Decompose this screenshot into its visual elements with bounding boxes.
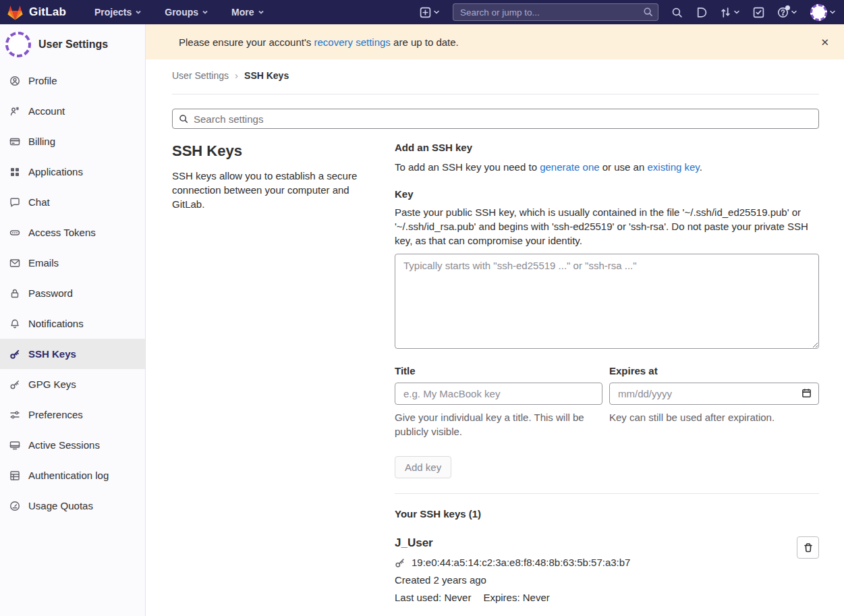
sidebar-item-emails[interactable]: Emails: [0, 248, 145, 278]
recovery-settings-link[interactable]: recovery settings: [314, 36, 390, 48]
tanuki-icon: [7, 4, 24, 20]
alert-text-before: Please ensure your account's: [179, 36, 314, 48]
sidebar-item-gpg-keys[interactable]: GPG Keys: [0, 369, 145, 399]
merge-requests-button[interactable]: [720, 7, 740, 18]
intro-text: .: [700, 161, 702, 173]
alert-text: Please ensure your account's recovery se…: [179, 36, 459, 48]
breadcrumb-user-settings[interactable]: User Settings: [172, 70, 229, 81]
new-menu-button[interactable]: [420, 7, 440, 18]
expires-at-input[interactable]: [609, 383, 819, 405]
sidebar-item-account[interactable]: Account: [0, 96, 145, 126]
sidebar-item-label: Billing: [28, 136, 55, 147]
monitor-icon: [9, 440, 20, 451]
expires-at-label: Expires at: [609, 365, 819, 376]
intro-text: or use an: [600, 161, 648, 173]
lock-icon: [9, 288, 20, 299]
expires-help-text: Key can still be used after expiration.: [609, 410, 819, 424]
applications-icon: [9, 167, 20, 177]
ssh-key-textarea[interactable]: [395, 254, 819, 349]
sidebar-item-applications[interactable]: Applications: [0, 157, 145, 187]
existing-key-link[interactable]: existing key: [647, 161, 699, 173]
brand-name: GitLab: [29, 5, 66, 19]
key-label: Key: [395, 188, 819, 200]
key-icon: [9, 349, 20, 360]
title-input[interactable]: [395, 383, 602, 405]
user-menu-button[interactable]: [810, 4, 836, 21]
generate-one-link[interactable]: generate one: [540, 161, 599, 173]
sidebar-item-active-sessions[interactable]: Active Sessions: [0, 430, 145, 460]
intro-text: To add an SSH key you need to: [395, 161, 540, 173]
sidebar-item-profile[interactable]: Profile: [0, 65, 145, 96]
sidebar-item-preferences[interactable]: Preferences: [0, 399, 145, 430]
title-help-text: Give your individual key a title. This w…: [395, 410, 602, 439]
billing-icon: [9, 136, 20, 147]
gitlab-logo[interactable]: GitLab: [7, 4, 66, 20]
main-content: Please ensure your account's recovery se…: [146, 24, 844, 616]
title-label: Title: [395, 365, 602, 376]
calendar-icon: [801, 388, 812, 398]
chevron-down-icon: [733, 9, 740, 16]
chevron-down-icon: [258, 9, 264, 16]
nav-item-more[interactable]: More: [231, 7, 264, 18]
sidebar-item-chat[interactable]: Chat: [0, 187, 145, 217]
nav-item-projects[interactable]: Projects: [94, 7, 142, 18]
nav-item-groups[interactable]: Groups: [165, 7, 208, 18]
add-key-button[interactable]: Add key: [395, 456, 451, 478]
breadcrumb: User Settings › SSH Keys: [172, 59, 819, 94]
sidebar-item-label: Authentication log: [28, 470, 109, 481]
plus-square-icon: [420, 7, 431, 18]
sidebar-item-authentication-log[interactable]: Authentication log: [0, 460, 145, 491]
chat-icon: [9, 197, 20, 208]
alert-text-after: are up to date.: [391, 36, 459, 48]
global-search-input[interactable]: [453, 3, 658, 21]
notification-dot: [785, 5, 790, 10]
ssh-key-list-item: J_User 19:e0:44:a5:14:c2:3a:e8:f8:48:8b:…: [395, 536, 819, 603]
sidebar-item-password[interactable]: Password: [0, 278, 145, 308]
sidebar-item-notifications[interactable]: Notifications: [0, 308, 145, 339]
sidebar-item-access-tokens[interactable]: Access Tokens: [0, 217, 145, 248]
bell-icon: [9, 318, 20, 329]
todos-button[interactable]: [753, 7, 764, 18]
profile-icon: [9, 76, 20, 86]
chevron-down-icon: [433, 9, 440, 16]
sidebar-item-label: Preferences: [28, 409, 83, 420]
sidebar-item-label: Profile: [28, 75, 57, 86]
search-icon: [671, 7, 683, 18]
key-last-used: Last used: Never: [395, 592, 471, 603]
add-ssh-key-heading: Add an SSH key: [395, 142, 819, 153]
sidebar-item-label: Applications: [28, 166, 83, 177]
sidebar-item-label: Emails: [28, 257, 59, 269]
page-title: SSH Keys: [172, 142, 365, 160]
email-icon: [9, 258, 20, 269]
key-created: Created 2 years ago: [395, 574, 797, 586]
sidebar-item-label: Usage Quotas: [28, 500, 93, 511]
key-fingerprint: 19:e0:44:a5:14:c2:3a:e8:f8:48:8b:63:5b:5…: [412, 557, 630, 568]
merge-request-icon: [720, 7, 731, 18]
settings-search-input[interactable]: [172, 109, 819, 129]
chevron-down-icon: [791, 9, 797, 16]
sidebar-item-billing[interactable]: Billing: [0, 126, 145, 157]
sidebar-title: User Settings: [38, 38, 108, 51]
issues-button[interactable]: [696, 7, 707, 18]
recovery-alert: Please ensure your account's recovery se…: [146, 24, 844, 59]
delete-key-button[interactable]: [797, 536, 819, 559]
chevron-down-icon: [202, 9, 208, 16]
help-button[interactable]: [777, 7, 797, 18]
close-icon[interactable]: ✕: [820, 37, 829, 47]
your-ssh-keys-heading: Your SSH keys (1): [395, 508, 819, 520]
token-icon: [9, 227, 20, 238]
search-icon: [179, 114, 188, 123]
trash-icon: [803, 542, 814, 553]
key-name: J_User: [395, 536, 797, 550]
sidebar-item-label: Active Sessions: [28, 439, 100, 451]
search-button[interactable]: [671, 7, 683, 18]
sidebar-item-ssh-keys[interactable]: SSH Keys: [0, 339, 145, 369]
sliders-icon: [9, 410, 20, 420]
nav-item-label: More: [231, 7, 254, 18]
nav-menu: Projects Groups More: [94, 7, 264, 18]
settings-search: [172, 109, 819, 129]
help-icon: [777, 7, 789, 18]
sidebar-item-usage-quotas[interactable]: Usage Quotas: [0, 491, 145, 521]
avatar: [810, 4, 827, 21]
top-navbar: GitLab Projects Groups More: [0, 0, 844, 24]
